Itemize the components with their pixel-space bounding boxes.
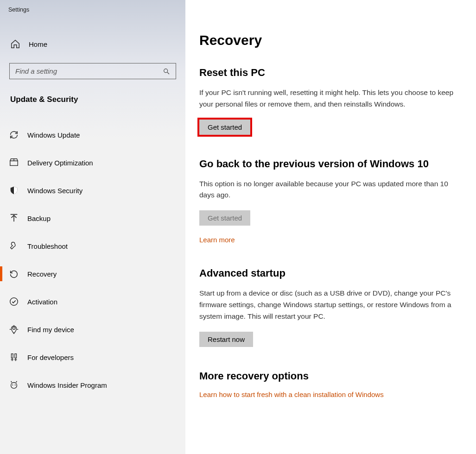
nav: Windows Update Delivery Optimization Win… (0, 121, 185, 399)
sidebar-item-label: Backup (27, 214, 51, 222)
home-icon (10, 39, 20, 49)
sidebar-item-troubleshoot[interactable]: Troubleshoot (0, 232, 185, 260)
sidebar-item-label: For developers (27, 353, 74, 361)
section-advanced: Advanced startup Start up from a device … (199, 267, 460, 347)
location-icon (9, 324, 19, 334)
sidebar-item-windows-security[interactable]: Windows Security (0, 177, 185, 204)
recovery-icon (9, 269, 19, 279)
svg-point-16 (15, 385, 16, 385)
home-label: Home (29, 40, 47, 48)
svg-point-14 (11, 383, 17, 389)
sidebar-item-insider-program[interactable]: Windows Insider Program (0, 371, 185, 399)
sidebar-item-label: Windows Security (27, 187, 83, 195)
developer-icon (9, 352, 19, 362)
package-icon (9, 158, 19, 168)
sidebar-item-label: Activation (27, 298, 57, 306)
svg-point-0 (164, 69, 168, 72)
sidebar-item-recovery[interactable]: Recovery (0, 260, 185, 288)
section-goback: Go back to the previous version of Windo… (199, 158, 460, 245)
app-title: Settings (0, 0, 185, 19)
shield-icon (9, 185, 19, 195)
sidebar-item-delivery-opt[interactable]: Delivery Optimization (0, 149, 185, 177)
search-input[interactable] (10, 63, 157, 79)
restart-now-button[interactable]: Restart now (199, 332, 253, 347)
more-heading: More recovery options (199, 370, 460, 382)
search-box[interactable] (9, 63, 176, 79)
sidebar-item-label: Windows Insider Program (27, 381, 107, 389)
svg-point-7 (13, 327, 15, 330)
page-title: Recovery (199, 32, 460, 48)
sidebar-item-backup[interactable]: Backup (0, 204, 185, 232)
sidebar-item-for-developers[interactable]: For developers (0, 343, 185, 371)
sync-icon (9, 130, 19, 140)
reset-heading: Reset this PC (199, 67, 460, 79)
sidebar-item-activation[interactable]: Activation (0, 288, 185, 315)
svg-point-15 (12, 385, 13, 385)
sidebar-item-label: Recovery (27, 270, 57, 278)
svg-rect-2 (10, 161, 18, 165)
reset-get-started-button[interactable]: Get started (199, 120, 250, 135)
checkmark-circle-icon (9, 296, 19, 307)
sidebar-item-find-my-device[interactable]: Find my device (0, 315, 185, 343)
upload-icon (9, 213, 19, 223)
insider-icon (9, 380, 19, 390)
advanced-body: Start up from a device or disc (such as … (199, 288, 459, 322)
svg-rect-9 (15, 354, 17, 358)
search-icon (163, 68, 170, 75)
goback-get-started-button: Get started (199, 210, 250, 226)
category-title: Update & Security (0, 79, 185, 113)
sidebar-item-windows-update[interactable]: Windows Update (0, 121, 185, 149)
sidebar-item-label: Troubleshoot (27, 242, 68, 250)
section-reset: Reset this PC If your PC isn't running w… (199, 67, 460, 135)
svg-point-6 (10, 298, 18, 306)
main: Recovery Reset this PC If your PC isn't … (185, 0, 476, 454)
goback-body: This option is no longer available becau… (199, 178, 459, 202)
sidebar-item-label: Windows Update (27, 131, 80, 139)
reset-body: If your PC isn't running well, resetting… (199, 87, 459, 110)
more-recovery-link[interactable]: Learn how to start fresh with a clean in… (199, 391, 384, 398)
goback-learn-more-link[interactable]: Learn more (199, 236, 235, 244)
sidebar-item-label: Delivery Optimization (27, 159, 93, 167)
section-more: More recovery options Learn how to start… (199, 370, 460, 399)
wrench-icon (9, 241, 19, 251)
goback-heading: Go back to the previous version of Windo… (199, 158, 460, 170)
sidebar: Settings Home Update & Security Windows … (0, 0, 185, 454)
svg-rect-8 (12, 354, 13, 358)
advanced-heading: Advanced startup (199, 267, 460, 279)
sidebar-item-label: Find my device (27, 326, 74, 334)
home-button[interactable]: Home (0, 33, 185, 55)
svg-line-1 (167, 72, 169, 74)
